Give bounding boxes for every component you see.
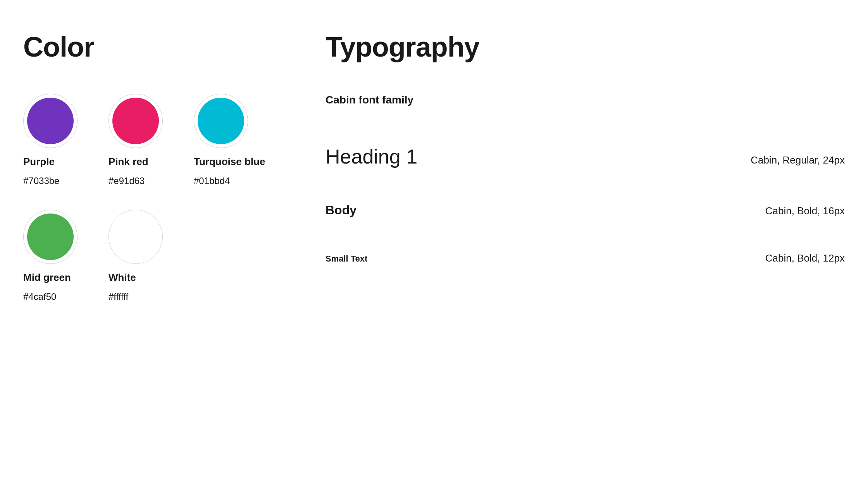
type-spec-small-text: Cabin, Bold, 12px <box>765 252 845 264</box>
color-hex-white: #ffffff <box>108 291 128 302</box>
color-item-mid-green: Mid green #4caf50 <box>23 210 78 302</box>
color-circle-wrapper-mid-green <box>23 210 78 264</box>
color-item-pink-red: Pink red #e91d63 <box>108 94 163 186</box>
color-circle-wrapper-purple <box>23 94 78 148</box>
color-item-turquoise-blue: Turquoise blue #01bbd4 <box>194 94 265 186</box>
type-sample-small-text: Small Text <box>326 254 367 264</box>
typography-section: Typography Cabin font family Heading 1 C… <box>294 31 845 465</box>
color-circle-white <box>112 214 159 260</box>
typography-section-title: Typography <box>326 31 845 63</box>
color-hex-pink-red: #e91d63 <box>108 176 145 186</box>
typography-rows: Heading 1 Cabin, Regular, 24px Body Cabi… <box>326 129 845 280</box>
color-circle-pink-red <box>112 98 159 144</box>
typography-row-body: Body Cabin, Bold, 16px <box>326 188 845 233</box>
color-item-purple: Purple #7033be <box>23 94 78 186</box>
color-name-turquoise-blue: Turquoise blue <box>194 156 265 168</box>
color-circle-wrapper-turquoise-blue <box>194 94 248 148</box>
font-family-label: Cabin font family <box>326 94 845 106</box>
color-circle-wrapper-white <box>108 210 163 264</box>
color-grid: Purple #7033be Pink red #e91d63 Tu <box>23 94 279 302</box>
color-hex-purple: #7033be <box>23 176 59 186</box>
color-circle-turquoise-blue <box>198 98 244 144</box>
type-spec-heading1: Cabin, Regular, 24px <box>751 154 845 166</box>
color-name-purple: Purple <box>23 156 55 168</box>
typography-row-heading1: Heading 1 Cabin, Regular, 24px <box>326 129 845 184</box>
color-item-white: White #ffffff <box>108 210 163 302</box>
color-circle-wrapper-pink-red <box>108 94 163 148</box>
color-name-pink-red: Pink red <box>108 156 148 168</box>
color-row-2: Mid green #4caf50 White #ffffff <box>23 210 279 302</box>
color-row-1: Purple #7033be Pink red #e91d63 Tu <box>23 94 279 186</box>
color-name-mid-green: Mid green <box>23 272 71 284</box>
type-sample-heading1: Heading 1 <box>326 145 417 168</box>
color-section: Color Purple #7033be Pink red <box>23 31 294 465</box>
typography-row-small-text: Small Text Cabin, Bold, 12px <box>326 237 845 280</box>
type-spec-body: Cabin, Bold, 16px <box>765 205 845 217</box>
color-hex-turquoise-blue: #01bbd4 <box>194 176 230 186</box>
color-circle-purple <box>27 98 74 144</box>
type-sample-body: Body <box>326 203 356 217</box>
color-circle-mid-green <box>27 214 74 260</box>
color-name-white: White <box>108 272 136 284</box>
color-section-title: Color <box>23 31 279 63</box>
color-hex-mid-green: #4caf50 <box>23 291 56 302</box>
